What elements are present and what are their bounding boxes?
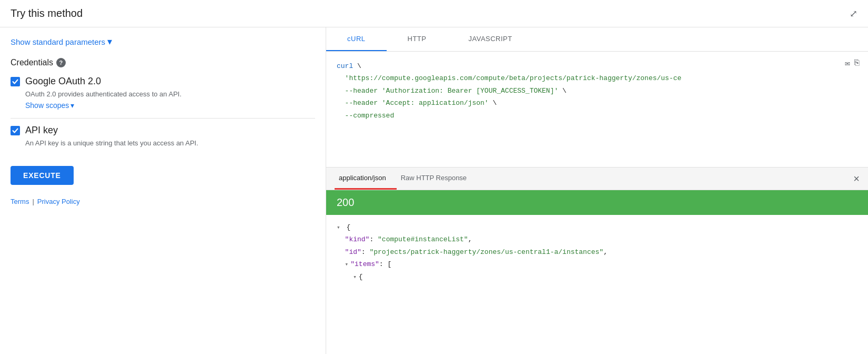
oauth-checkbox[interactable]	[11, 77, 20, 86]
status-bar: 200	[326, 190, 868, 215]
json-line-1: ▾ {	[337, 221, 857, 233]
oauth-name: Google OAuth 2.0	[25, 76, 101, 87]
response-tabs: application/json Raw HTTP Response ×	[326, 168, 868, 190]
credential-item-apikey: API key An API key is a unique string th…	[11, 125, 315, 147]
show-standard-params-label: Show standard parameters	[11, 37, 105, 46]
chevron-down-icon: ▾	[107, 36, 112, 47]
response-body: ▾ { "kind": "compute#instanceList", "id"…	[326, 215, 868, 354]
execute-button[interactable]: EXECUTE	[11, 166, 74, 185]
tab-raw-http[interactable]: Raw HTTP Response	[397, 168, 477, 190]
oauth-description: OAuth 2.0 provides authenticated access …	[25, 90, 315, 98]
main-content: Show standard parameters ▾ Credentials ?	[0, 27, 868, 354]
tab-http[interactable]: HTTP	[387, 27, 448, 51]
json-line-5: ▾{	[337, 271, 857, 283]
close-button[interactable]: ×	[853, 173, 860, 185]
expand-icon[interactable]: ⤢	[850, 8, 857, 19]
collapse-icon[interactable]: ▾	[337, 224, 340, 231]
credential-item-oauth: Google OAuth 2.0 OAuth 2.0 provides auth…	[11, 76, 315, 110]
panel-title: Try this method	[11, 7, 83, 19]
terms-link[interactable]: Terms	[11, 198, 29, 205]
apikey-name: API key	[25, 125, 58, 136]
show-standard-params-toggle[interactable]: Show standard parameters ▾	[11, 36, 315, 47]
apikey-checkbox[interactable]	[11, 126, 20, 135]
credentials-label: Credentials ?	[11, 58, 315, 67]
curl-line-2: 'https://compute.googleapis.com/compute/…	[337, 72, 857, 84]
item-collapse-icon[interactable]: ▾	[353, 274, 357, 280]
privacy-policy-link[interactable]: Privacy Policy	[37, 198, 80, 205]
tab-javascript[interactable]: JAVASCRIPT	[447, 27, 533, 51]
status-code: 200	[337, 196, 354, 208]
left-panel: Show standard parameters ▾ Credentials ?	[0, 27, 326, 354]
response-section: application/json Raw HTTP Response × 200…	[326, 168, 868, 354]
footer-separator: |	[32, 198, 34, 205]
credentials-section: Credentials ? Google OAuth 2.0 OAuth 2.0…	[11, 58, 315, 147]
panel-header: Try this method ⤢	[0, 0, 868, 27]
tab-application-json[interactable]: application/json	[335, 168, 397, 190]
show-scopes-toggle[interactable]: Show scopes ▾	[25, 101, 315, 110]
curl-line-4: --header 'Accept: application/json' \	[337, 97, 857, 109]
apikey-description: An API key is a unique string that lets …	[25, 139, 315, 147]
curl-line-3: --header 'Authorization: Bearer [YOUR_AC…	[337, 85, 857, 97]
curl-code-area: ✉ ⎘ curl \ 'https://compute.googleapis.c…	[326, 52, 868, 168]
scopes-chevron-icon: ▾	[70, 101, 74, 110]
credentials-help-icon[interactable]: ?	[56, 58, 66, 67]
items-collapse-icon[interactable]: ▾	[345, 261, 349, 268]
json-line-3: "id": "projects/patrick-haggerty/zones/u…	[337, 246, 857, 258]
report-icon[interactable]: ✉	[845, 58, 850, 68]
credential-divider	[11, 118, 315, 119]
copy-icon[interactable]: ⎘	[854, 58, 860, 68]
json-line-4: ▾"items": [	[337, 258, 857, 270]
try-this-method-panel: Try this method ⤢ Show standard paramete…	[0, 0, 868, 354]
footer-links: Terms | Privacy Policy	[11, 198, 315, 205]
credential-header-apikey: API key	[11, 125, 315, 136]
right-panel: cURL HTTP JAVASCRIPT ✉ ⎘ curl \ 'https:/…	[326, 27, 868, 354]
code-tabs: cURL HTTP JAVASCRIPT	[326, 27, 868, 52]
credential-header-oauth: Google OAuth 2.0	[11, 76, 315, 87]
curl-line-5: --compressed	[337, 110, 857, 122]
tab-curl[interactable]: cURL	[326, 27, 387, 51]
json-line-2: "kind": "compute#instanceList",	[337, 233, 857, 245]
curl-line-1: curl \	[337, 60, 857, 72]
code-actions: ✉ ⎘	[845, 58, 860, 68]
